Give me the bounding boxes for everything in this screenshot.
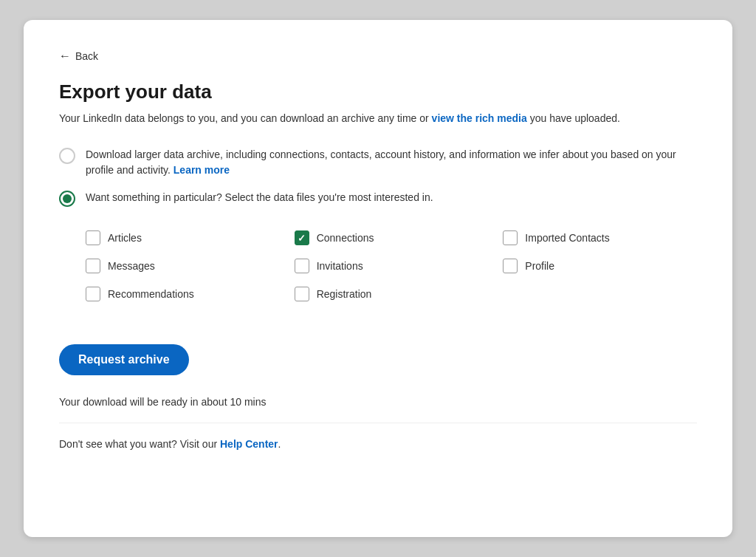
- export-data-card: ← Back Export your data Your LinkedIn da…: [24, 20, 732, 537]
- checkbox-label-recommendations: Recommendations: [108, 288, 194, 300]
- checkbox-label-messages: Messages: [108, 260, 155, 272]
- checkbox-option-registration[interactable]: Registration: [295, 287, 489, 301]
- checkbox-messages[interactable]: [86, 259, 100, 273]
- checkbox-option-connections[interactable]: Connections: [295, 230, 489, 245]
- radio-text-large-archive: Download larger data archive, including …: [86, 147, 691, 178]
- checkbox-option-invitations[interactable]: Invitations: [295, 259, 489, 273]
- rich-media-link[interactable]: view the rich media: [432, 112, 527, 124]
- radio-option-particular[interactable]: Want something in particular? Select the…: [59, 190, 697, 207]
- checkbox-option-articles[interactable]: Articles: [86, 230, 280, 245]
- checkbox-label-profile: Profile: [525, 260, 554, 272]
- back-arrow-icon: ←: [59, 49, 71, 63]
- checkbox-option-recommendations[interactable]: Recommendations: [86, 287, 280, 301]
- checkbox-registration[interactable]: [295, 287, 309, 301]
- checkbox-label-invitations: Invitations: [317, 260, 363, 272]
- radio-text-particular: Want something in particular? Select the…: [86, 190, 433, 205]
- divider: [59, 423, 697, 423]
- checkbox-label-registration: Registration: [317, 288, 372, 300]
- request-archive-button[interactable]: Request archive: [59, 344, 189, 375]
- help-note: Don't see what you want? Visit our Help …: [59, 438, 697, 450]
- help-text-before: Don't see what you want? Visit our: [59, 438, 220, 450]
- radio-label-particular: Want something in particular? Select the…: [86, 191, 433, 203]
- checkbox-label-articles: Articles: [108, 232, 142, 244]
- checkbox-profile[interactable]: [503, 259, 518, 273]
- checkbox-label-imported-contacts: Imported Contacts: [525, 232, 609, 244]
- checkbox-label-connections: Connections: [317, 232, 374, 244]
- checkbox-option-messages[interactable]: Messages: [86, 259, 280, 273]
- back-link[interactable]: ← Back: [59, 49, 697, 63]
- learn-more-link[interactable]: Learn more: [173, 164, 230, 176]
- checkbox-imported-contacts[interactable]: [503, 230, 518, 245]
- checkbox-articles[interactable]: [86, 230, 100, 245]
- radio-circle-particular: [59, 191, 75, 207]
- description-text-after: you have uploaded.: [527, 112, 620, 124]
- page-title: Export your data: [59, 81, 697, 103]
- checkbox-option-imported-contacts[interactable]: Imported Contacts: [503, 230, 697, 245]
- help-center-link[interactable]: Help Center: [220, 438, 278, 450]
- checkbox-connections[interactable]: [295, 230, 309, 245]
- checkboxes-grid: Articles Connections Imported Contacts M…: [86, 230, 697, 301]
- download-note: Your download will be ready in about 10 …: [59, 396, 697, 408]
- help-text-after: .: [278, 438, 281, 450]
- radio-group: Download larger data archive, including …: [59, 147, 697, 324]
- checkbox-option-profile[interactable]: Profile: [503, 259, 697, 273]
- page-description: Your LinkedIn data belongs to you, and y…: [59, 111, 679, 126]
- radio-option-large-archive[interactable]: Download larger data archive, including …: [59, 147, 697, 178]
- description-text-before: Your LinkedIn data belongs to you, and y…: [59, 112, 432, 124]
- back-label: Back: [75, 50, 98, 62]
- checkbox-recommendations[interactable]: [86, 287, 100, 301]
- radio-circle-large-archive: [59, 148, 75, 164]
- checkbox-invitations[interactable]: [295, 259, 309, 273]
